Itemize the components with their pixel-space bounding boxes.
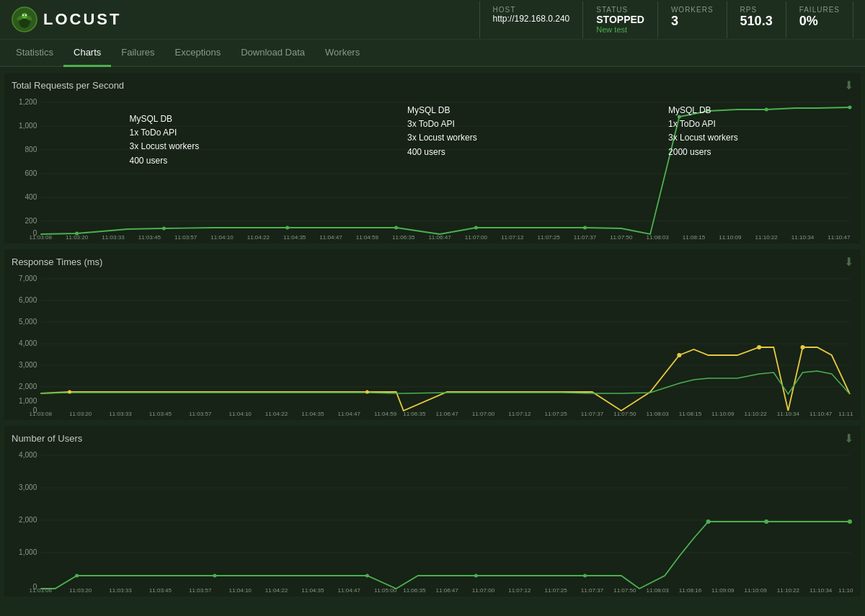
svg-text:11:04:35: 11:04:35 bbox=[301, 411, 324, 416]
header: LOCUST HOST http://192.168.0.240 STATUS … bbox=[0, 0, 865, 40]
rps-chart-title: Total Requests per Second bbox=[12, 80, 853, 91]
users-dot bbox=[706, 519, 711, 524]
svg-text:11:07:12: 11:07:12 bbox=[501, 234, 524, 239]
resp-dot bbox=[677, 353, 681, 357]
svg-text:11:04:22: 11:04:22 bbox=[265, 411, 288, 416]
svg-text:11:03:20: 11:03:20 bbox=[69, 411, 92, 416]
svg-text:11:10:34: 11:10:34 bbox=[777, 411, 800, 416]
rps-download-icon[interactable]: ⬇ bbox=[844, 79, 853, 92]
new-test-link[interactable]: New test bbox=[596, 25, 644, 34]
svg-text:11:04:10: 11:04:10 bbox=[229, 411, 252, 416]
svg-text:11:10:47: 11:10:47 bbox=[838, 587, 853, 592]
svg-text:11:07:37: 11:07:37 bbox=[581, 411, 604, 416]
rps-line bbox=[40, 107, 850, 234]
response-median-line bbox=[40, 371, 850, 394]
svg-point-6 bbox=[25, 14, 27, 16]
host-stat: HOST http://192.168.0.240 bbox=[479, 1, 583, 38]
svg-text:11:04:22: 11:04:22 bbox=[265, 587, 288, 592]
response-chart-section: Response Times (ms) ⬇ 7,000 6,000 5,000 … bbox=[4, 249, 861, 420]
svg-text:11:08:03: 11:08:03 bbox=[646, 234, 669, 239]
svg-text:11:03:45: 11:03:45 bbox=[149, 587, 172, 592]
svg-text:11:06:47: 11:06:47 bbox=[435, 587, 458, 592]
svg-text:11:09:09: 11:09:09 bbox=[711, 587, 735, 592]
nav-item-charts[interactable]: Charts bbox=[63, 40, 111, 67]
svg-text:11:08:16: 11:08:16 bbox=[679, 587, 702, 592]
users-dot bbox=[75, 574, 79, 578]
svg-text:800: 800 bbox=[25, 146, 37, 153]
svg-text:11:03:33: 11:03:33 bbox=[109, 587, 132, 592]
svg-text:11:04:22: 11:04:22 bbox=[247, 234, 270, 239]
nav-item-failures[interactable]: Failures bbox=[111, 40, 164, 67]
svg-text:11:04:10: 11:04:10 bbox=[229, 587, 252, 592]
svg-text:11:07:50: 11:07:50 bbox=[613, 411, 636, 416]
users-dot bbox=[764, 519, 768, 524]
svg-text:11:07:00: 11:07:00 bbox=[465, 234, 488, 239]
svg-text:11:07:25: 11:07:25 bbox=[545, 411, 568, 416]
main-content: Total Requests per Second ⬇ 1,200 1,000 … bbox=[0, 73, 865, 597]
workers-value: 3 bbox=[671, 14, 714, 29]
svg-text:11:07:25: 11:07:25 bbox=[545, 587, 568, 592]
rps-dot bbox=[285, 226, 289, 230]
rps-chart-section: Total Requests per Second ⬇ 1,200 1,000 … bbox=[4, 73, 861, 244]
nav-item-statistics[interactable]: Statistics bbox=[6, 40, 63, 67]
svg-text:11:08:15: 11:08:15 bbox=[679, 411, 702, 416]
svg-text:11:03:33: 11:03:33 bbox=[102, 234, 125, 239]
users-dot bbox=[474, 574, 478, 578]
rps-dot bbox=[583, 226, 587, 230]
svg-text:11:04:59: 11:04:59 bbox=[374, 411, 397, 416]
svg-text:11:10:22: 11:10:22 bbox=[744, 411, 767, 416]
svg-text:11:04:59: 11:04:59 bbox=[356, 234, 379, 239]
svg-text:1,200: 1,200 bbox=[19, 98, 37, 106]
svg-text:3,000: 3,000 bbox=[19, 483, 37, 491]
users-chart-section: Number of Users ⬇ 4,000 3,000 2,000 1,00… bbox=[4, 426, 861, 597]
nav-item-workers[interactable]: Workers bbox=[315, 40, 370, 67]
svg-text:11:10:09: 11:10:09 bbox=[711, 411, 735, 416]
rps-dot bbox=[474, 226, 478, 230]
rps-chart-svg: 1,200 1,000 800 600 400 200 0 bbox=[12, 95, 853, 239]
svg-text:11:04:35: 11:04:35 bbox=[301, 587, 324, 592]
users-dot bbox=[583, 574, 587, 578]
svg-text:11:05:00: 11:05:00 bbox=[374, 587, 397, 592]
svg-text:11:03:08: 11:03:08 bbox=[30, 587, 53, 592]
failures-stat: FAILURES 0% bbox=[786, 1, 853, 38]
svg-text:5,000: 5,000 bbox=[19, 318, 37, 326]
status-label: STATUS bbox=[596, 6, 644, 14]
locust-logo-icon bbox=[12, 6, 37, 32]
svg-text:11:06:35: 11:06:35 bbox=[403, 411, 426, 416]
response-download-icon[interactable]: ⬇ bbox=[844, 255, 853, 269]
svg-text:11:08:03: 11:08:03 bbox=[646, 411, 669, 416]
status-value: STOPPED bbox=[596, 14, 644, 25]
svg-text:11:10:09: 11:10:09 bbox=[719, 234, 742, 239]
svg-text:11:04:47: 11:04:47 bbox=[338, 411, 361, 416]
workers-label: WORKERS bbox=[671, 6, 714, 14]
failures-value: 0% bbox=[799, 14, 840, 29]
svg-text:2,000: 2,000 bbox=[19, 516, 37, 524]
svg-text:11:07:12: 11:07:12 bbox=[508, 411, 531, 416]
nav-item-download-data[interactable]: Download Data bbox=[231, 40, 315, 67]
rps-stat: RPS 510.3 bbox=[727, 1, 786, 38]
rps-label: RPS bbox=[740, 6, 773, 14]
users-download-icon[interactable]: ⬇ bbox=[844, 432, 853, 445]
svg-text:11:10:22: 11:10:22 bbox=[777, 587, 800, 592]
svg-text:11:04:35: 11:04:35 bbox=[283, 234, 306, 239]
logo-area: LOCUST bbox=[12, 6, 121, 32]
svg-text:11:11:01: 11:11:01 bbox=[838, 411, 853, 416]
nav-item-exceptions[interactable]: Exceptions bbox=[165, 40, 231, 67]
svg-text:1,000: 1,000 bbox=[19, 397, 37, 405]
resp-dot bbox=[68, 390, 71, 394]
svg-text:11:07:37: 11:07:37 bbox=[581, 587, 604, 592]
svg-text:11:07:50: 11:07:50 bbox=[613, 587, 636, 592]
rps-chart-container: 1,200 1,000 800 600 400 200 0 bbox=[12, 95, 853, 239]
svg-text:11:08:15: 11:08:15 bbox=[683, 234, 706, 239]
svg-text:4,000: 4,000 bbox=[19, 339, 37, 347]
svg-text:11:10:34: 11:10:34 bbox=[809, 587, 833, 592]
svg-text:11:03:57: 11:03:57 bbox=[189, 587, 212, 592]
failures-label: FAILURES bbox=[799, 6, 840, 14]
response-chart-title: Response Times (ms) bbox=[12, 256, 853, 267]
svg-text:11:10:09: 11:10:09 bbox=[744, 587, 767, 592]
svg-text:11:10:34: 11:10:34 bbox=[791, 234, 815, 239]
svg-text:11:03:57: 11:03:57 bbox=[189, 411, 212, 416]
svg-text:11:03:45: 11:03:45 bbox=[138, 234, 161, 239]
svg-text:11:07:37: 11:07:37 bbox=[574, 234, 597, 239]
resp-dot bbox=[365, 390, 369, 394]
